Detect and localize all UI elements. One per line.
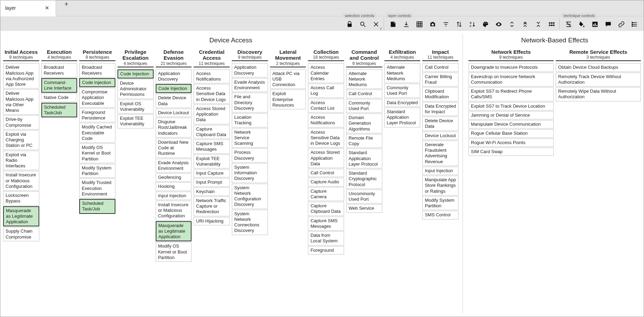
technique-cell[interactable]: Exploit Enterprise Resources bbox=[270, 90, 306, 109]
technique-cell[interactable]: Install Insecure or Malicious Configurat… bbox=[156, 201, 192, 220]
technique-cell[interactable]: Web Service bbox=[346, 204, 382, 212]
technique-cell[interactable]: Application Discovery bbox=[156, 69, 192, 84]
expand-icon[interactable] bbox=[506, 19, 517, 30]
technique-cell[interactable]: System Network Connections Discovery bbox=[232, 210, 268, 235]
tactic-header[interactable]: Persistence9 techniques bbox=[79, 49, 115, 61]
technique-cell[interactable]: Process Discovery bbox=[232, 148, 268, 162]
technique-cell[interactable]: Lockscreen Bypass bbox=[3, 191, 39, 206]
technique-cell[interactable]: Code Injection bbox=[117, 69, 154, 78]
technique-cell[interactable]: Modify System Partition bbox=[79, 164, 115, 178]
technique-cell[interactable]: Access Notifications bbox=[194, 69, 230, 84]
technique-cell[interactable]: Access Call Log bbox=[308, 84, 344, 98]
technique-cell[interactable]: Exploit via Charging Station or PC bbox=[3, 130, 39, 150]
technique-cell[interactable]: Clipboard Modification bbox=[422, 87, 458, 101]
technique-cell[interactable]: Modify OS Kernel or Boot Partition bbox=[79, 143, 115, 163]
technique-cell[interactable]: Carrier Billing Fraud bbox=[422, 73, 458, 87]
technique-cell[interactable]: Domain Generation Algorithms bbox=[346, 114, 382, 133]
technique-cell[interactable]: Exploit SS7 to Redirect Phone Calls/SMS bbox=[468, 87, 554, 101]
technique-cell[interactable]: Device Administrator Permissions bbox=[117, 79, 154, 99]
technique-cell[interactable]: Input Prompt bbox=[194, 178, 230, 186]
technique-cell[interactable]: Network Traffic Capture or Redirection bbox=[194, 197, 230, 216]
technique-cell[interactable]: Compromise Application Executable bbox=[79, 88, 115, 108]
technique-cell[interactable]: Device Lockout bbox=[156, 109, 192, 117]
technique-cell[interactable]: System Network Configuration Discovery bbox=[232, 184, 268, 209]
technique-cell[interactable]: Standard Cryptographic Protocol bbox=[346, 169, 382, 189]
tactic-header[interactable]: Defense Evasion21 techniques bbox=[156, 49, 192, 67]
tactic-header[interactable]: Network Effects9 techniques bbox=[468, 49, 554, 61]
technique-cell[interactable]: Call Control bbox=[308, 169, 344, 177]
technique-cell[interactable]: Data Encrypted bbox=[384, 99, 421, 107]
technique-cell[interactable]: Remotely Wipe Data Without Authorization bbox=[556, 87, 641, 101]
technique-cell[interactable]: Supply Chain Compromise bbox=[3, 227, 39, 241]
technique-cell[interactable]: Drive-by Compromise bbox=[3, 115, 39, 130]
tactic-header[interactable]: Discovery9 techniques bbox=[232, 49, 268, 61]
link-icon[interactable] bbox=[616, 19, 627, 30]
tactic-header[interactable]: Collection18 techniques bbox=[308, 49, 344, 61]
filter-icon[interactable] bbox=[440, 19, 451, 30]
technique-cell[interactable]: Data Encrypted for Impact bbox=[422, 102, 458, 116]
technique-cell[interactable]: Jamming or Denial of Service bbox=[468, 111, 554, 119]
lock-icon[interactable] bbox=[344, 19, 355, 30]
technique-cell[interactable]: Input Capture bbox=[194, 169, 230, 177]
technique-cell[interactable]: Exploit via Radio Interfaces bbox=[3, 151, 39, 170]
technique-cell[interactable]: Disguise Root/Jailbreak Indicators bbox=[156, 118, 192, 137]
deselect-icon[interactable]: 4 bbox=[370, 19, 382, 30]
technique-cell[interactable]: Install Insecure or Malicious Configurat… bbox=[3, 171, 39, 191]
technique-cell[interactable]: Command-Line Interface bbox=[41, 78, 78, 93]
technique-cell[interactable]: Standard Application Layer Protocol bbox=[346, 149, 382, 168]
technique-cell[interactable]: Download New Code at Runtime bbox=[156, 138, 192, 158]
palette-icon[interactable] bbox=[480, 19, 491, 30]
technique-cell[interactable]: Code Injection bbox=[79, 78, 115, 87]
technique-cell[interactable]: Call Control bbox=[422, 63, 458, 72]
layer-info-icon[interactable] bbox=[388, 19, 399, 30]
technique-cell[interactable]: Manipulate Device Communication bbox=[468, 120, 554, 128]
new-tab-button[interactable]: + bbox=[56, 0, 77, 8]
technique-cell[interactable]: SIM Card Swap bbox=[468, 148, 554, 156]
technique-cell[interactable]: Access Calendar Entries bbox=[308, 63, 344, 83]
technique-cell[interactable]: Evade Analysis Environment bbox=[232, 78, 268, 92]
technique-cell[interactable]: Foreground Persistence bbox=[79, 108, 115, 123]
eye-icon[interactable] bbox=[493, 19, 504, 30]
technique-cell[interactable]: Hooking bbox=[156, 182, 192, 191]
comment-icon[interactable] bbox=[603, 19, 614, 30]
technique-cell[interactable]: Capture SMS Messages bbox=[308, 217, 344, 231]
technique-cell[interactable]: Alternate Network Mediums bbox=[346, 69, 382, 89]
expand-sub-icon[interactable] bbox=[520, 19, 531, 30]
technique-cell[interactable]: Scheduled Task/Job bbox=[79, 199, 115, 214]
technique-cell[interactable]: Call Control bbox=[346, 90, 382, 98]
tactic-header[interactable]: Exfiltration4 techniques bbox=[384, 49, 421, 61]
technique-cell[interactable]: Foreground bbox=[308, 246, 344, 255]
technique-cell[interactable]: Access Stored Application Data bbox=[308, 148, 344, 168]
technique-cell[interactable]: Scheduled Task/Job bbox=[41, 103, 78, 118]
camera-icon[interactable] bbox=[427, 19, 438, 30]
technique-cell[interactable]: Access Sensitive Data in Device Logs bbox=[308, 128, 344, 148]
technique-cell[interactable]: Rogue Cellular Base Station bbox=[468, 129, 554, 137]
technique-cell[interactable]: Geofencing bbox=[156, 173, 192, 182]
technique-cell[interactable]: Access Notifications bbox=[308, 113, 344, 127]
technique-cell[interactable]: Commonly Used Port bbox=[346, 99, 382, 113]
tab-layer[interactable]: layer ✕ bbox=[0, 0, 56, 16]
tactic-header[interactable]: Remote Service Effects3 techniques bbox=[556, 49, 641, 61]
technique-cell[interactable]: Commonly Used Port bbox=[384, 84, 421, 98]
technique-cell[interactable]: Remotely Track Device Without Authorizat… bbox=[556, 73, 641, 87]
technique-cell[interactable]: Masquerade as Legitimate Application bbox=[156, 221, 192, 242]
technique-cell[interactable]: Broadcast Receivers bbox=[79, 63, 115, 77]
technique-cell[interactable]: Manipulate App Store Rankings or Ratings bbox=[422, 176, 458, 195]
sort-az-icon[interactable]: AZ bbox=[467, 19, 478, 30]
technique-cell[interactable]: Delete Device Data bbox=[156, 94, 192, 108]
technique-cell[interactable]: Capture Camera bbox=[308, 187, 344, 201]
technique-cell[interactable]: SMS Control bbox=[422, 211, 458, 219]
technique-cell[interactable]: Capture SMS Messages bbox=[194, 140, 230, 154]
technique-cell[interactable]: Device Lockout bbox=[422, 132, 458, 140]
technique-cell[interactable]: Downgrade to Insecure Protocols bbox=[468, 63, 554, 72]
matrix-layout-icon[interactable] bbox=[546, 19, 557, 30]
technique-cell[interactable]: Data from Local System bbox=[308, 231, 344, 245]
download-icon[interactable] bbox=[401, 19, 412, 30]
technique-cell[interactable]: Exploit SS7 to Track Device Location bbox=[468, 102, 554, 110]
search-icon[interactable] bbox=[357, 19, 368, 30]
technique-cell[interactable]: Eavesdrop on Insecure Network Communicat… bbox=[468, 73, 554, 87]
technique-cell[interactable]: Modify Cached Executable Code bbox=[79, 123, 115, 143]
technique-cell[interactable]: Access Stored Application Data bbox=[194, 105, 230, 124]
technique-cell[interactable]: Keychain bbox=[194, 187, 230, 196]
grid-icon[interactable] bbox=[414, 19, 425, 30]
